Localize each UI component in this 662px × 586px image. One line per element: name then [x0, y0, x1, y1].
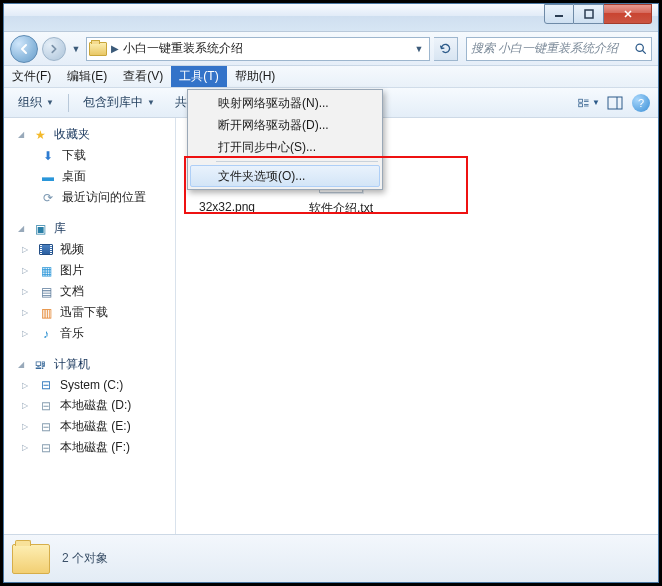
menu-bar: 文件(F) 编辑(E) 查看(V) 工具(T) 帮助(H) [4, 66, 658, 88]
item-label: 本地磁盘 (E:) [60, 418, 131, 435]
document-icon: ▤ [38, 284, 54, 300]
search-icon [634, 42, 647, 55]
sidebar-item-drive-d[interactable]: ▷⊟本地磁盘 (D:) [4, 395, 175, 416]
status-bar: 2 个对象 [4, 534, 658, 582]
status-text: 2 个对象 [62, 550, 108, 567]
organize-label: 组织 [18, 94, 42, 111]
chevron-down-icon: ▼ [46, 98, 54, 107]
svg-rect-4 [579, 103, 583, 106]
sidebar-item-videos[interactable]: ▷视频 [4, 239, 175, 260]
address-row: ▼ ▶ 小白一键重装系统介绍 ▼ 搜索 小白一键重装系统介绍 [4, 32, 658, 66]
computer-label: 计算机 [54, 356, 90, 373]
titlebar[interactable] [4, 4, 658, 32]
libraries-header[interactable]: ◢ ▣ 库 [4, 218, 175, 239]
minimize-button[interactable] [544, 4, 574, 24]
search-box[interactable]: 搜索 小白一键重装系统介绍 [466, 37, 652, 61]
item-label: 音乐 [60, 325, 84, 342]
item-label: 桌面 [62, 168, 86, 185]
computer-icon: 🖳 [32, 357, 48, 373]
item-label: 下载 [62, 147, 86, 164]
address-bar[interactable]: ▶ 小白一键重装系统介绍 ▼ [86, 37, 430, 61]
sidebar-item-pictures[interactable]: ▷▦图片 [4, 260, 175, 281]
file-name: 32x32.png [199, 200, 255, 214]
sidebar-item-desktop[interactable]: ▬桌面 [4, 166, 175, 187]
drive-icon: ⊟ [38, 440, 54, 456]
menu-map-network-drive[interactable]: 映射网络驱动器(N)... [190, 92, 380, 114]
folder-icon [89, 42, 107, 56]
download-icon: ⬇ [40, 148, 56, 164]
picture-icon: ▦ [38, 263, 54, 279]
navigation-pane[interactable]: ◢ ★ 收藏夹 ⬇下载 ▬桌面 ⟳最近访问的位置 ◢ ▣ 库 ▷视频 ▷▦图片 … [4, 118, 176, 534]
include-label: 包含到库中 [83, 94, 143, 111]
chevron-down-icon: ▼ [592, 98, 600, 107]
include-in-library-button[interactable]: 包含到库中▼ [75, 91, 163, 114]
sidebar-item-drive-f[interactable]: ▷⊟本地磁盘 (F:) [4, 437, 175, 458]
sidebar-item-documents[interactable]: ▷▤文档 [4, 281, 175, 302]
drive-icon: ⊟ [38, 398, 54, 414]
preview-pane-button[interactable] [604, 92, 626, 114]
search-placeholder: 搜索 小白一键重装系统介绍 [471, 40, 630, 57]
item-label: 迅雷下载 [60, 304, 108, 321]
breadcrumb-chevron-icon: ▶ [111, 43, 119, 54]
collapse-icon: ◢ [18, 130, 26, 139]
menu-open-sync-center[interactable]: 打开同步中心(S)... [190, 136, 380, 158]
svg-rect-5 [608, 97, 622, 109]
sidebar-item-downloads[interactable]: ⬇下载 [4, 145, 175, 166]
view-options-button[interactable]: ▼ [578, 92, 600, 114]
favorites-label: 收藏夹 [54, 126, 90, 143]
back-button[interactable] [10, 35, 38, 63]
expand-icon: ▷ [22, 287, 28, 296]
menu-disconnect-network-drive[interactable]: 断开网络驱动器(D)... [190, 114, 380, 136]
folder-icon [12, 544, 50, 574]
address-path: 小白一键重装系统介绍 [123, 40, 407, 57]
menu-folder-options[interactable]: 文件夹选项(O)... [190, 165, 380, 187]
svg-rect-1 [585, 10, 593, 18]
expand-icon: ▷ [22, 443, 28, 452]
window-controls [544, 12, 652, 24]
expand-icon: ▷ [22, 422, 28, 431]
menu-file[interactable]: 文件(F) [4, 66, 59, 87]
svg-rect-3 [579, 99, 583, 102]
maximize-button[interactable] [574, 4, 604, 24]
computer-header[interactable]: ◢ 🖳 计算机 [4, 354, 175, 375]
help-icon: ? [632, 94, 650, 112]
video-icon [38, 242, 54, 258]
thunder-icon: ▥ [38, 305, 54, 321]
menu-help[interactable]: 帮助(H) [227, 66, 284, 87]
item-label: 本地磁盘 (D:) [60, 397, 131, 414]
sidebar-item-drive-c[interactable]: ▷⊟System (C:) [4, 375, 175, 395]
forward-button[interactable] [42, 37, 66, 61]
collapse-icon: ◢ [18, 224, 26, 233]
favorites-header[interactable]: ◢ ★ 收藏夹 [4, 124, 175, 145]
expand-icon: ▷ [22, 308, 28, 317]
menu-tools[interactable]: 工具(T) [171, 66, 226, 87]
separator [68, 94, 69, 112]
sidebar-item-music[interactable]: ▷♪音乐 [4, 323, 175, 344]
file-name: 软件介绍.txt [309, 200, 373, 217]
item-label: System (C:) [60, 378, 123, 392]
menu-edit[interactable]: 编辑(E) [59, 66, 115, 87]
expand-icon: ▷ [22, 381, 28, 390]
computer-group: ◢ 🖳 计算机 ▷⊟System (C:) ▷⊟本地磁盘 (D:) ▷⊟本地磁盘… [4, 354, 175, 458]
library-icon: ▣ [32, 221, 48, 237]
menu-view[interactable]: 查看(V) [115, 66, 171, 87]
sidebar-item-drive-e[interactable]: ▷⊟本地磁盘 (E:) [4, 416, 175, 437]
help-button[interactable]: ? [630, 92, 652, 114]
item-label: 最近访问的位置 [62, 189, 146, 206]
expand-icon: ▷ [22, 401, 28, 410]
item-label: 文档 [60, 283, 84, 300]
item-label: 图片 [60, 262, 84, 279]
sidebar-item-thunder[interactable]: ▷▥迅雷下载 [4, 302, 175, 323]
expand-icon: ▷ [22, 266, 28, 275]
star-icon: ★ [32, 127, 48, 143]
favorites-group: ◢ ★ 收藏夹 ⬇下载 ▬桌面 ⟳最近访问的位置 [4, 124, 175, 208]
item-label: 本地磁盘 (F:) [60, 439, 130, 456]
sidebar-item-recent[interactable]: ⟳最近访问的位置 [4, 187, 175, 208]
close-button[interactable] [604, 4, 652, 24]
organize-button[interactable]: 组织▼ [10, 91, 62, 114]
refresh-button[interactable] [434, 37, 458, 61]
item-label: 视频 [60, 241, 84, 258]
nav-history-dropdown[interactable]: ▼ [70, 39, 82, 59]
address-dropdown-icon[interactable]: ▼ [411, 44, 427, 54]
chevron-down-icon: ▼ [147, 98, 155, 107]
